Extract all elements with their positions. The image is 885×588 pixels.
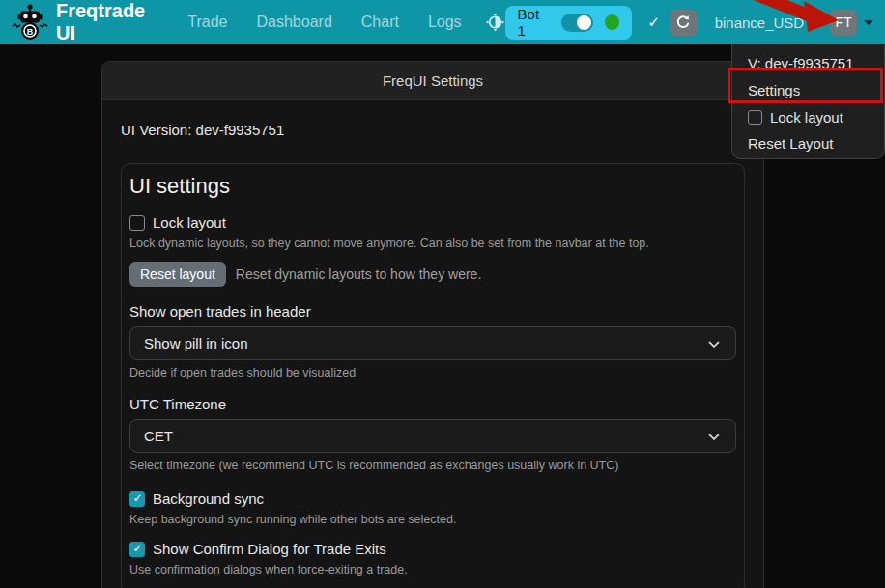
- lock-layout-checkbox[interactable]: [748, 110, 762, 125]
- menu-item-reset-layout[interactable]: Reset Layout: [732, 130, 884, 157]
- confirm-dialog-help: Use confirmation dialogs when force-exit…: [129, 563, 736, 576]
- page-title: FreqUI Settings: [383, 72, 483, 89]
- background-sync-label: Background sync: [153, 490, 264, 507]
- refresh-button[interactable]: [670, 10, 698, 36]
- svg-text:B: B: [27, 27, 34, 37]
- reset-layout-button[interactable]: Reset layout: [129, 262, 226, 287]
- navbar: B Freqtrade UI Trade Dashboard Chart Log…: [0, 0, 885, 44]
- open-trades-value: Show pill in icon: [144, 335, 706, 351]
- chevron-down-icon: [864, 20, 873, 25]
- menu-item-settings[interactable]: Settings: [732, 77, 884, 104]
- bot-online-dot: [605, 14, 619, 30]
- confirm-dialog-label: Show Confirm Dialog for Trade Exits: [153, 541, 386, 557]
- toggle-knob: [577, 15, 591, 30]
- bot-selector-pill[interactable]: Bot 1: [505, 6, 633, 40]
- lock-layout-label: Lock layout: [770, 107, 843, 128]
- exchange-dropdown[interactable]: binance_USDT: [715, 14, 814, 31]
- reset-layout-help: Reset dynamic layouts to how they were.: [236, 266, 481, 282]
- freqtrade-robot-logo: B: [12, 3, 48, 42]
- app-title[interactable]: Freqtrade UI: [56, 0, 164, 44]
- confirm-dialog-setting[interactable]: Show Confirm Dialog for Trade Exits: [129, 541, 736, 557]
- login-check-icon[interactable]: ✓: [647, 14, 660, 31]
- theme-toggle-icon[interactable]: [485, 12, 505, 33]
- menu-item-version[interactable]: V: dev-f9935751: [732, 50, 884, 77]
- lock-layout-setting-checkbox[interactable]: [129, 215, 145, 231]
- open-trades-select[interactable]: Show pill in icon: [129, 326, 736, 360]
- ui-settings-section: UI settings Lock layout Lock dynamic lay…: [121, 163, 745, 588]
- background-sync-help: Keep background sync running while other…: [129, 513, 736, 526]
- lock-layout-setting-label: Lock layout: [153, 214, 226, 231]
- section-title: UI settings: [129, 174, 736, 199]
- ui-version-text: UI Version: dev-f9935751: [121, 122, 745, 138]
- lock-layout-help: Lock dynamic layouts, so they cannot mov…: [129, 237, 736, 250]
- confirm-dialog-checkbox[interactable]: [129, 542, 145, 557]
- settings-card: FreqUI Settings UI Version: dev-f9935751…: [101, 61, 764, 588]
- nav-logs[interactable]: Logs: [428, 14, 462, 31]
- refresh-icon: [675, 14, 691, 30]
- main-nav: Trade Dashboard Chart Logs: [187, 14, 461, 31]
- chevron-down-icon: [706, 429, 722, 444]
- bot-toggle-switch[interactable]: [561, 14, 594, 32]
- open-trades-help: Decide if open trades should be visualiz…: [129, 366, 736, 379]
- timezone-value: CET: [144, 428, 706, 444]
- settings-card-header: FreqUI Settings: [102, 62, 763, 100]
- background-sync-setting[interactable]: Background sync: [129, 490, 736, 507]
- menu-item-lock-layout[interactable]: Lock layout: [732, 104, 884, 131]
- user-menu-button[interactable]: FT: [830, 10, 857, 36]
- open-trades-label: Show open trades in header: [129, 303, 736, 320]
- nav-chart[interactable]: Chart: [361, 14, 399, 31]
- timezone-label: UTC Timezone: [129, 396, 736, 412]
- timezone-help: Select timezone (we recommend UTC is rec…: [129, 459, 736, 472]
- bot-name-label: Bot 1: [518, 6, 550, 39]
- lock-layout-setting[interactable]: Lock layout: [129, 214, 736, 231]
- timezone-select[interactable]: CET: [129, 419, 736, 453]
- nav-dashboard[interactable]: Dashboard: [257, 14, 332, 31]
- nav-trade[interactable]: Trade: [187, 14, 227, 31]
- user-dropdown-menu: V: dev-f9935751 Settings Lock layout Res…: [731, 44, 885, 159]
- chevron-down-icon: [706, 336, 722, 351]
- background-sync-checkbox[interactable]: [129, 491, 145, 507]
